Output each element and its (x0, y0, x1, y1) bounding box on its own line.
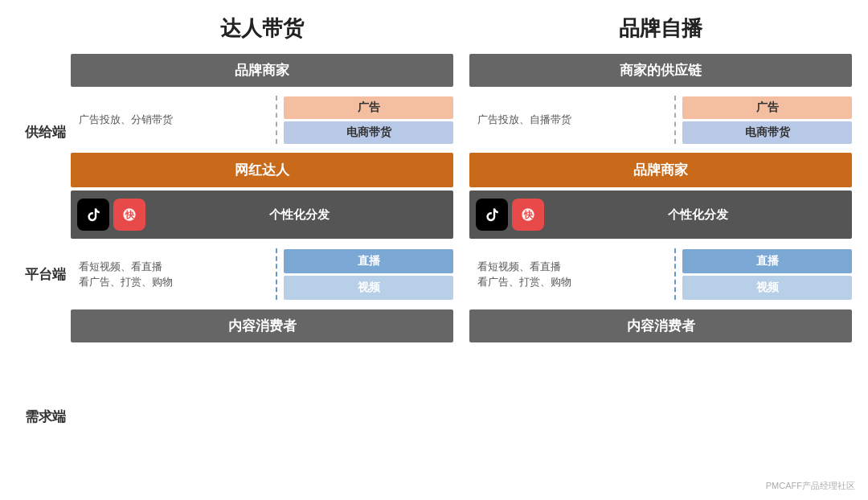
svg-text:快: 快 (523, 210, 534, 219)
left-demand-video: 视频 (284, 276, 453, 300)
demand-label: 需求端 (16, 408, 66, 426)
right-demand-middle: 看短视频、看直播 看广告、打赏、购物 直播 视频 (469, 242, 852, 306)
left-title: 达人带货 (71, 14, 453, 43)
left-influencer: 网红达人 (71, 153, 453, 187)
right-supply-ecom: 电商带货 (682, 121, 852, 144)
right-supply-text: 广告投放、自播带货 (469, 90, 676, 150)
watermark: PMCAFF产品经理社区 (766, 480, 855, 492)
svg-text:快: 快 (125, 210, 135, 219)
titles-row: 达人带货 品牌自播 (16, 14, 852, 43)
left-demand-live: 直播 (284, 249, 453, 273)
right-top-brand: 商家的供应链 (469, 54, 852, 87)
left-supply-ecom: 电商带货 (284, 121, 453, 144)
right-demand-live: 直播 (682, 249, 852, 273)
platform-label: 平台端 (16, 266, 66, 284)
main-content: 供给端 平台端 需求端 品牌商家 广告投放、分销带货 广告 电商带货 网红达人 (16, 54, 852, 489)
left-supply-text: 广告投放、分销带货 (71, 90, 277, 150)
right-demand-video: 视频 (682, 276, 852, 300)
supply-label: 供给端 (16, 124, 66, 141)
left-supply-middle: 广告投放、分销带货 广告 电商带货 (71, 90, 453, 150)
left-supply-ad: 广告 (284, 96, 453, 119)
tiktok-icon-right (476, 199, 508, 231)
right-title: 品牌自播 (469, 14, 852, 43)
right-diagram: 商家的供应链 广告投放、自播带货 广告 电商带货 品牌商家 (469, 54, 852, 489)
side-labels: 供给端 平台端 需求端 (16, 54, 71, 489)
left-demand-middle: 看短视频、看直播 看广告、打赏、购物 直播 视频 (71, 242, 453, 306)
left-platform-icons: 快 (77, 199, 145, 231)
right-demand-boxes: 直播 视频 (676, 242, 852, 306)
kuaishou-icon-right: 快 (512, 199, 544, 231)
right-platform-icons: 快 (476, 199, 544, 231)
left-supply-boxes: 广告 电商带货 (277, 90, 453, 150)
left-top-brand: 品牌商家 (71, 54, 453, 87)
diagrams-wrapper: 品牌商家 广告投放、分销带货 广告 电商带货 网红达人 (71, 54, 852, 489)
right-bottom-consumer: 内容消费者 (469, 309, 852, 342)
left-demand-text: 看短视频、看直播 看广告、打赏、购物 (71, 242, 277, 306)
tiktok-icon-left (77, 199, 109, 231)
left-platform-row: 快 个性化分发 (71, 191, 453, 239)
right-supply-middle: 广告投放、自播带货 广告 电商带货 (469, 90, 852, 150)
left-demand-boxes: 直播 视频 (277, 242, 453, 306)
left-bottom-consumer: 内容消费者 (71, 309, 453, 342)
left-platform-text: 个性化分发 (152, 207, 447, 223)
right-platform-row: 快 个性化分发 (469, 191, 852, 239)
right-demand-text: 看短视频、看直播 看广告、打赏、购物 (469, 242, 676, 306)
kuaishou-icon-left: 快 (113, 199, 145, 231)
right-platform-text: 个性化分发 (551, 207, 845, 223)
right-brand-row: 品牌商家 (469, 153, 852, 187)
right-supply-boxes: 广告 电商带货 (676, 90, 852, 150)
right-supply-ad: 广告 (682, 96, 852, 119)
left-diagram: 品牌商家 广告投放、分销带货 广告 电商带货 网红达人 (71, 54, 453, 489)
